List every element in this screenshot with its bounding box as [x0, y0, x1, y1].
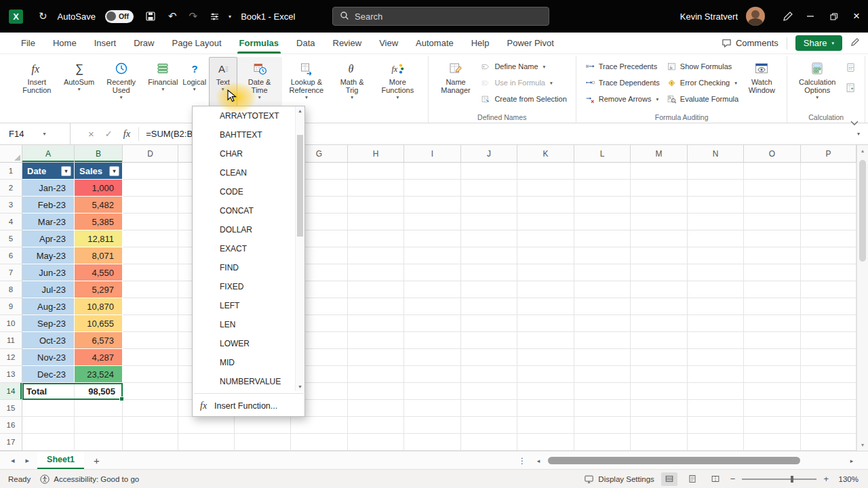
cell-D2[interactable]: [123, 180, 178, 197]
cell-I7[interactable]: [404, 264, 461, 281]
horizontal-scroll-track[interactable]: [542, 457, 848, 464]
ribbon-button-show-formulas[interactable]: fxShow Formulas: [663, 58, 742, 75]
cell-J10[interactable]: [461, 315, 517, 332]
dropdown-item-left[interactable]: LEFT: [193, 296, 304, 315]
cell-L3[interactable]: [574, 197, 631, 214]
dropdown-scroll-thumb[interactable]: [297, 135, 303, 237]
cell-H12[interactable]: [348, 349, 404, 366]
insert-function-icon[interactable]: fx: [123, 128, 130, 140]
save-icon[interactable]: [145, 11, 156, 22]
tab-help[interactable]: Help: [462, 33, 498, 54]
cell-M13[interactable]: [631, 366, 688, 383]
cell-H8[interactable]: [348, 281, 404, 298]
cell-I6[interactable]: [404, 247, 461, 264]
cell-D5[interactable]: [123, 230, 178, 247]
cell-K9[interactable]: [517, 298, 574, 315]
ribbon-button-calculate-sheet-icon[interactable]: [842, 80, 859, 98]
cell-I17[interactable]: [404, 434, 461, 451]
cell-I11[interactable]: [404, 332, 461, 349]
sheet-tab-sheet1[interactable]: Sheet1: [37, 451, 84, 469]
cell-B11[interactable]: 6,573: [75, 332, 123, 349]
cell-E16[interactable]: [178, 417, 235, 434]
cell-M3[interactable]: [631, 197, 688, 214]
cell-K12[interactable]: [517, 349, 574, 366]
normal-view-button[interactable]: [661, 472, 677, 486]
display-settings-button[interactable]: Display Settings: [584, 474, 654, 484]
cell-I1[interactable]: [404, 163, 461, 180]
cell-J4[interactable]: [461, 214, 517, 230]
scroll-down-icon[interactable]: ▼: [296, 384, 304, 389]
cell-K7[interactable]: [517, 264, 574, 281]
cell-D12[interactable]: [123, 349, 178, 366]
dropdown-item-bahttext[interactable]: BAHTTEXT: [193, 125, 304, 144]
tab-formulas[interactable]: Formulas: [231, 33, 288, 54]
cell-L1[interactable]: [574, 163, 631, 180]
cell-N2[interactable]: [688, 180, 744, 197]
cell-L5[interactable]: [574, 230, 631, 247]
cell-M8[interactable]: [631, 281, 688, 298]
cell-B13[interactable]: 23,524: [75, 366, 123, 383]
tab-data[interactable]: Data: [288, 33, 323, 54]
zoom-slider-thumb[interactable]: [791, 476, 793, 483]
cell-K1[interactable]: [517, 163, 574, 180]
cell-P17[interactable]: [801, 434, 856, 451]
sheet-options-icon[interactable]: ⋮: [518, 451, 526, 470]
cell-B4[interactable]: 5,385: [75, 214, 123, 230]
cell-K13[interactable]: [517, 366, 574, 383]
cell-H10[interactable]: [348, 315, 404, 332]
cell-A12[interactable]: Nov-23: [22, 349, 75, 366]
cell-N6[interactable]: [688, 247, 744, 264]
cell-A11[interactable]: Oct-23: [22, 332, 75, 349]
cell-I10[interactable]: [404, 315, 461, 332]
cell-J8[interactable]: [461, 281, 517, 298]
ribbon-button-financial[interactable]: Financial▾: [146, 57, 180, 108]
cell-J3[interactable]: [461, 197, 517, 214]
cell-J12[interactable]: [461, 349, 517, 366]
cell-O14[interactable]: [744, 383, 801, 400]
cell-J13[interactable]: [461, 366, 517, 383]
cell-F16[interactable]: [235, 417, 291, 434]
row-header-15[interactable]: 15: [0, 400, 22, 417]
customize-toolbar-icon[interactable]: [210, 12, 220, 22]
cell-J7[interactable]: [461, 264, 517, 281]
cell-D6[interactable]: [123, 247, 178, 264]
column-header-A[interactable]: A: [22, 145, 75, 163]
cell-B8[interactable]: 5,297: [75, 281, 123, 298]
cell-L17[interactable]: [574, 434, 631, 451]
cell-P12[interactable]: [801, 349, 856, 366]
tab-power-pivot[interactable]: Power Pivot: [498, 33, 562, 54]
cell-I4[interactable]: [404, 214, 461, 230]
cell-N10[interactable]: [688, 315, 744, 332]
horizontal-scroll-thumb[interactable]: [548, 457, 800, 464]
cell-L9[interactable]: [574, 298, 631, 315]
cell-K14[interactable]: [517, 383, 574, 400]
cell-D13[interactable]: [123, 366, 178, 383]
cell-A9[interactable]: Aug-23: [22, 298, 75, 315]
column-header-I[interactable]: I: [404, 145, 461, 163]
dropdown-item-lower[interactable]: LOWER: [193, 334, 304, 353]
collapse-ribbon-icon[interactable]: [850, 117, 859, 485]
cell-L11[interactable]: [574, 332, 631, 349]
cell-I3[interactable]: [404, 197, 461, 214]
dropdown-item-dollar[interactable]: DOLLAR: [193, 220, 304, 239]
ribbon-button-insert-function[interactable]: fxInsert Function: [12, 57, 62, 108]
cell-M16[interactable]: [631, 417, 688, 434]
row-header-10[interactable]: 10: [0, 315, 22, 332]
cell-D10[interactable]: [123, 315, 178, 332]
cell-M5[interactable]: [631, 230, 688, 247]
cell-J14[interactable]: [461, 383, 517, 400]
cell-P2[interactable]: [801, 180, 856, 197]
cell-D9[interactable]: [123, 298, 178, 315]
cell-P10[interactable]: [801, 315, 856, 332]
vertical-scroll-thumb[interactable]: [859, 160, 866, 262]
cell-B10[interactable]: 10,655: [75, 315, 123, 332]
cell-B17[interactable]: [75, 434, 123, 451]
cell-L6[interactable]: [574, 247, 631, 264]
insert-function-menu-item[interactable]: fx Insert Function...: [193, 396, 304, 416]
undo-icon[interactable]: ↶: [168, 10, 177, 22]
cell-B14[interactable]: 98,505: [75, 383, 123, 400]
cell-H5[interactable]: [348, 230, 404, 247]
column-header-M[interactable]: M: [631, 145, 688, 163]
cell-K4[interactable]: [517, 214, 574, 230]
cell-O2[interactable]: [744, 180, 801, 197]
